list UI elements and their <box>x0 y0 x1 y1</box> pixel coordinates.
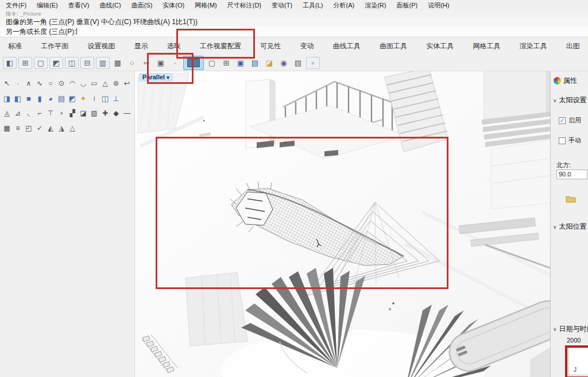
viewport-properties-icon[interactable]: ⊞ <box>220 57 233 68</box>
rectangle-icon[interactable]: ▭ <box>89 78 99 89</box>
menu-panels[interactable]: 面板(P) <box>396 1 417 10</box>
pipe-icon[interactable]: ⊥ <box>111 93 121 103</box>
fillet-icon[interactable]: ↩ <box>122 78 132 89</box>
tab-transform[interactable]: 变动 <box>300 41 314 51</box>
viewport-grid-icon[interactable]: ▦ <box>111 57 124 68</box>
tab-standard[interactable]: 标准 <box>8 41 22 51</box>
monitor-display-icon[interactable]: ▤ <box>249 57 261 68</box>
polyline-icon[interactable]: ∧ <box>24 78 34 89</box>
join-icon[interactable]: ⊤ <box>45 108 56 118</box>
color-wheel-icon <box>554 77 561 84</box>
menu-edit[interactable]: 编辑(E) <box>37 1 58 10</box>
rotate-right-icon[interactable]: ◮ <box>56 123 67 133</box>
sun-enable-checkbox[interactable]: ✓ <box>559 117 566 124</box>
gem-icon[interactable]: ◆ <box>111 108 121 118</box>
folder-icon[interactable] <box>566 195 576 203</box>
tab-set-view[interactable]: 设置视图 <box>87 41 115 51</box>
sun-position-section-header[interactable]: ∨ 太阳位置 <box>553 222 587 232</box>
menu-render[interactable]: 渲染(R) <box>365 1 386 10</box>
point-icon[interactable]: ∙ <box>13 78 23 89</box>
mesh-grid-icon[interactable]: ▦ <box>2 123 12 133</box>
revolve-icon[interactable]: ≀ <box>89 93 99 103</box>
group-icon[interactable]: ◪ <box>78 108 88 118</box>
extrude-icon[interactable]: ▤ <box>56 93 67 103</box>
blend-icon[interactable]: ◟ <box>24 108 34 118</box>
menu-file[interactable]: 文件(F) <box>6 1 26 10</box>
viewport-layout-4-icon[interactable]: ⊞ <box>18 57 32 69</box>
viewport-layout-split-icon[interactable]: ◧ <box>3 57 17 69</box>
command-input-line[interactable]: 另一角或长度 (三点(P): <box>0 27 588 37</box>
arc2-icon[interactable]: ◠ <box>67 78 78 89</box>
scale-icon[interactable]: ✚ <box>100 108 110 118</box>
surface-icon[interactable]: ◨ <box>2 93 12 103</box>
zoom-lens-icon[interactable]: ◉ <box>277 57 290 68</box>
sun-manual-checkbox[interactable] <box>559 137 566 144</box>
trim-icon[interactable]: ◬ <box>2 108 12 118</box>
tab-drafting[interactable]: 出图 <box>566 41 580 51</box>
line-icon[interactable]: — <box>122 108 132 118</box>
sun-settings-section-header[interactable]: ∨ 太阳设置 <box>553 95 587 105</box>
circle-select-icon[interactable]: ○ <box>126 57 138 68</box>
tab-cplane[interactable]: 工作平面 <box>41 41 68 51</box>
curve-icon[interactable]: ∿ <box>34 78 45 89</box>
menu-analyze[interactable]: 分析(A) <box>334 1 355 10</box>
loft-icon[interactable]: ◧ <box>13 93 23 103</box>
date-section-title: 日期与时间 <box>559 324 588 334</box>
split-icon[interactable]: ⊿ <box>13 108 23 118</box>
select-arrow-icon[interactable]: ↖ <box>2 78 12 89</box>
arc-icon[interactable]: ⊙ <box>56 78 67 89</box>
cylinder-icon[interactable]: ▮ <box>34 93 45 103</box>
menu-tools[interactable]: 工具(L) <box>303 1 323 10</box>
viewport-layout-columns-icon[interactable]: ▥ <box>96 57 110 69</box>
sphere-icon[interactable]: ◕ <box>45 93 56 103</box>
command-options-line[interactable]: 图像的第一角 (三点(P) 垂直(V) 中心点(C) 环绕曲线(A) 1比1(T… <box>0 17 588 27</box>
tab-surface-tools[interactable]: 曲面工具 <box>380 41 407 51</box>
text-caret <box>76 28 77 34</box>
chevron-down-icon: ∨ <box>553 98 557 103</box>
date-section-header[interactable]: ∨ 日期与时间 <box>553 324 588 334</box>
printer-icon[interactable]: ▤ <box>292 57 304 68</box>
menu-view[interactable]: 查看(V) <box>68 1 90 10</box>
viewport-layout-corner-icon[interactable]: ◩ <box>49 57 63 69</box>
menu-curve[interactable]: 曲线(C) <box>99 1 121 10</box>
extend-icon[interactable]: ⌐ <box>34 108 45 118</box>
viewport-layout-stack-icon[interactable]: ◫ <box>65 57 79 69</box>
tab-mesh-tools[interactable]: 网格工具 <box>473 41 500 51</box>
menu-dimension[interactable]: 尺寸标注(D) <box>227 1 261 10</box>
small-window-icon[interactable]: ▫ <box>306 57 320 69</box>
explode-icon[interactable]: ∘ <box>56 108 67 118</box>
hatch-icon[interactable]: ▞ <box>67 108 78 118</box>
menu-help[interactable]: 说明(H) <box>428 1 449 10</box>
tab-curve-tools[interactable]: 曲线工具 <box>333 41 361 51</box>
menu-mesh[interactable]: 网格(M) <box>195 1 217 10</box>
menu-solid[interactable]: 实体(O) <box>163 1 184 10</box>
monitor-settings-icon[interactable]: ▣ <box>234 57 247 68</box>
north-value-input[interactable]: 90.0 <box>556 170 587 179</box>
viewport-layout-rows-icon[interactable]: ⊟ <box>80 57 94 69</box>
pyramid-icon[interactable]: △ <box>67 123 78 133</box>
properties-tab[interactable]: 属性 <box>554 76 577 86</box>
sweep-icon[interactable]: ◩ <box>67 93 78 103</box>
tab-display[interactable]: 显示 <box>134 41 148 51</box>
ellipse-icon[interactable]: ◡ <box>78 78 88 89</box>
screen-capture-icon[interactable]: ◪ <box>263 57 276 68</box>
rotate-left-icon[interactable]: ◭ <box>45 123 56 133</box>
menu-surface[interactable]: 曲面(S) <box>131 1 153 10</box>
tab-visibility[interactable]: 可见性 <box>260 41 281 51</box>
array-icon[interactable]: ▧ <box>89 108 99 118</box>
polygon-icon[interactable]: △ <box>100 78 110 89</box>
box-icon[interactable]: ■ <box>24 93 34 103</box>
circle-icon[interactable]: ○ <box>45 78 56 89</box>
menu-transform[interactable]: 变动(T) <box>272 1 292 10</box>
new-viewport-icon[interactable]: ▢ <box>206 57 218 68</box>
tab-solid-tools[interactable]: 实体工具 <box>426 41 454 51</box>
bounding-box-icon[interactable]: ◰ <box>24 123 34 133</box>
cage-icon[interactable]: ◫ <box>100 93 110 103</box>
chevron-down-icon: ∨ <box>553 224 557 230</box>
tab-render-tools[interactable]: 渲染工具 <box>520 41 547 51</box>
boolean-flash-icon[interactable]: ✦ <box>78 93 88 103</box>
viewport-maximize-icon[interactable]: ▢ <box>34 57 48 69</box>
offset-icon[interactable]: ⊚ <box>111 78 121 89</box>
check-icon[interactable]: ✓ <box>34 123 45 133</box>
layers-icon[interactable]: ≡ <box>13 123 23 133</box>
